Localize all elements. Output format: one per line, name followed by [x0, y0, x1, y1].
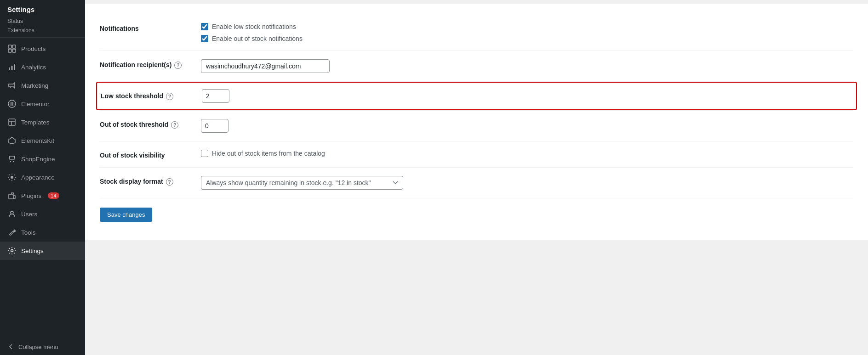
sidebar-item-appearance[interactable]: Appearance: [0, 168, 85, 186]
content-area: Notifications Enable low stock notificat…: [85, 4, 868, 240]
svg-point-7: [8, 100, 16, 107]
elementskit-icon: [7, 136, 17, 145]
collapse-menu[interactable]: Collapse menu: [0, 338, 85, 355]
sidebar-label-users: Users: [21, 211, 37, 218]
low-stock-threshold-row: Low stock threshold ?: [100, 82, 853, 111]
svg-rect-4: [9, 68, 10, 70]
sidebar-item-settings[interactable]: Settings: [0, 242, 85, 260]
notifications-checkboxes: Enable low stock notifications Enable ou…: [201, 23, 853, 42]
sidebar-label-shopengine: ShopEngine: [21, 156, 55, 163]
stock-display-format-help-icon[interactable]: ?: [166, 178, 173, 186]
low-stock-highlighted: Low stock threshold ?: [96, 82, 857, 110]
svg-rect-0: [8, 45, 11, 48]
sidebar-label-products: Products: [21, 45, 46, 52]
notification-recipient-row: Notification recipient(s) ?: [100, 51, 853, 82]
out-of-stock-threshold-control: [201, 119, 853, 133]
low-stock-checkbox[interactable]: [201, 23, 208, 30]
hide-out-of-stock-checkbox-label[interactable]: Hide out of stock items from the catalog: [201, 150, 853, 157]
out-of-stock-threshold-row: Out of stock threshold ?: [100, 111, 853, 141]
svg-rect-8: [11, 102, 11, 106]
low-stock-threshold-input[interactable]: [202, 89, 229, 103]
users-icon: [7, 209, 17, 219]
out-of-stock-checkbox-label[interactable]: Enable out of stock notifications: [201, 35, 853, 42]
stock-display-format-label: Stock display format ?: [100, 176, 201, 186]
top-bar: [85, 0, 868, 4]
svg-rect-3: [12, 49, 16, 52]
plugins-badge: 14: [48, 192, 59, 199]
analytics-icon: [7, 62, 17, 72]
svg-rect-5: [11, 66, 13, 70]
out-of-stock-visibility-control: Hide out of stock items from the catalog: [201, 150, 853, 157]
sidebar-item-products[interactable]: Products: [0, 39, 85, 58]
notification-recipient-control: [201, 59, 853, 73]
sidebar-label-templates: Templates: [21, 119, 50, 126]
sidebar-label-tools: Tools: [21, 229, 36, 236]
notification-recipient-label: Notification recipient(s) ?: [100, 59, 201, 69]
sidebar-label-plugins: Plugins: [21, 192, 41, 199]
sidebar: Settings Status Extensions Products Anal…: [0, 0, 85, 355]
low-stock-label: Enable low stock notifications: [212, 23, 296, 30]
svg-point-12: [10, 161, 11, 162]
sidebar-item-elementor[interactable]: Elementor: [0, 95, 85, 113]
sidebar-item-plugins[interactable]: Plugins 14: [0, 186, 85, 205]
stock-display-format-control: Always show quantity remaining in stock …: [201, 176, 853, 190]
sidebar-title: Settings: [0, 0, 85, 17]
low-stock-threshold-help-icon[interactable]: ?: [166, 93, 173, 100]
notifications-row: Notifications Enable low stock notificat…: [100, 15, 853, 51]
settings-icon: [7, 246, 17, 255]
low-stock-checkbox-label[interactable]: Enable low stock notifications: [201, 23, 853, 30]
stock-display-format-row: Stock display format ? Always show quant…: [100, 168, 853, 198]
svg-point-14: [11, 176, 13, 179]
marketing-icon: [7, 81, 17, 90]
svg-point-16: [11, 211, 13, 214]
out-of-stock-visibility-label: Out of stock visibility: [100, 150, 201, 159]
plugins-icon: [7, 191, 17, 200]
low-stock-threshold-label: Low stock threshold ?: [101, 92, 202, 100]
svg-rect-6: [14, 64, 15, 70]
out-of-stock-label: Enable out of stock notifications: [212, 35, 303, 42]
hide-out-of-stock-label: Hide out of stock items from the catalog: [212, 150, 325, 157]
svg-rect-9: [12, 102, 13, 106]
tools-icon: [7, 228, 17, 237]
templates-icon: [7, 118, 17, 127]
shopengine-icon: [7, 154, 17, 163]
low-stock-threshold-control: [202, 89, 852, 103]
out-of-stock-threshold-help-icon[interactable]: ?: [171, 121, 178, 129]
sidebar-label-appearance: Appearance: [21, 174, 55, 181]
save-button[interactable]: Save changes: [100, 208, 152, 222]
out-of-stock-checkbox[interactable]: [201, 35, 208, 42]
svg-rect-15: [9, 194, 13, 199]
notification-recipient-input[interactable]: [201, 59, 330, 73]
sidebar-item-shopengine[interactable]: ShopEngine: [0, 150, 85, 168]
sidebar-divider: [0, 37, 85, 38]
appearance-icon: [7, 173, 17, 182]
sidebar-label-marketing: Marketing: [21, 82, 48, 89]
out-of-stock-threshold-input[interactable]: [201, 119, 228, 133]
sidebar-item-marketing[interactable]: Marketing: [0, 76, 85, 95]
sidebar-item-templates[interactable]: Templates: [0, 113, 85, 131]
notifications-label: Notifications: [100, 23, 201, 32]
notification-recipient-help-icon[interactable]: ?: [174, 62, 182, 69]
notifications-control: Enable low stock notifications Enable ou…: [201, 23, 853, 42]
hide-out-of-stock-checkbox[interactable]: [201, 150, 208, 157]
svg-marker-11: [9, 137, 15, 144]
svg-point-17: [11, 250, 13, 252]
sidebar-item-extensions[interactable]: Extensions: [0, 26, 85, 35]
sidebar-label-settings: Settings: [21, 248, 44, 254]
sidebar-item-status[interactable]: Status: [0, 17, 85, 26]
elementor-icon: [7, 99, 17, 108]
sidebar-label-analytics: Analytics: [21, 64, 46, 71]
products-icon: [7, 44, 17, 53]
sidebar-item-elementskit[interactable]: ElementsKit: [0, 131, 85, 150]
sidebar-label-elementor: Elementor: [21, 101, 50, 107]
out-of-stock-threshold-label: Out of stock threshold ?: [100, 119, 201, 129]
sidebar-item-analytics[interactable]: Analytics: [0, 58, 85, 76]
svg-rect-2: [8, 49, 11, 52]
sidebar-item-tools[interactable]: Tools: [0, 223, 85, 242]
svg-rect-1: [12, 45, 16, 48]
out-of-stock-visibility-row: Out of stock visibility Hide out of stoc…: [100, 141, 853, 168]
stock-display-format-select[interactable]: Always show quantity remaining in stock …: [201, 176, 403, 190]
sidebar-item-users[interactable]: Users: [0, 205, 85, 223]
save-row: Save changes: [100, 198, 853, 222]
collapse-label: Collapse menu: [18, 344, 58, 350]
